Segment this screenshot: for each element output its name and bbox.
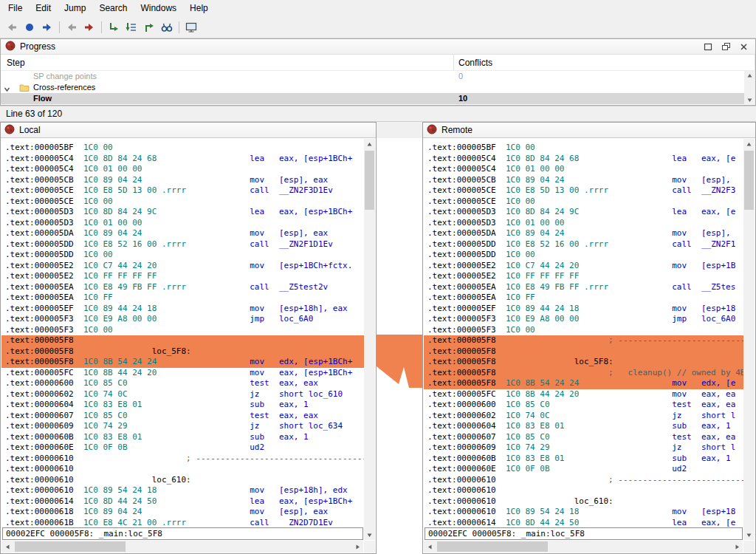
asm-line[interactable]: .text:000005D3 1C0 8D 84 24 9C lea eax, …: [424, 207, 743, 218]
asm-line[interactable]: .text:0000060E 1C0 0F 0B ud2: [1, 442, 364, 454]
scrollbar-thumb[interactable]: [437, 541, 548, 552]
asm-line[interactable]: .text:000005F8 loc_5F8:: [424, 357, 743, 368]
asm-line[interactable]: .text:00000609 1C0 74 29 jz short l: [424, 442, 743, 454]
right-hscrollbar[interactable]: [424, 541, 743, 553]
scrollbar-thumb[interactable]: [15, 541, 126, 552]
scroll-right-icon[interactable]: [351, 541, 363, 553]
jump-down-icon[interactable]: [105, 18, 123, 36]
asm-line[interactable]: .text:0000061B 1C0 E8 4C 21 00 .rrrr cal…: [1, 518, 364, 527]
asm-line[interactable]: .text:000005DA 1C0 89 04 24 mov [esp], e…: [1, 228, 364, 239]
asm-line[interactable]: .text:000005D3 1C0 8D 84 24 9C lea eax, …: [1, 207, 364, 218]
asm-line[interactable]: .text:000005FC 1C0 8B 44 24 20 mov eax, …: [424, 389, 743, 400]
local-pane-titlebar[interactable]: Local: [1, 123, 376, 138]
asm-line[interactable]: .text:00000614 1C0 8D 44 24 50 lea eax, …: [424, 518, 743, 527]
asm-line[interactable]: .text:00000610 ; -----------------------…: [1, 454, 364, 465]
asm-line[interactable]: .text:00000604 1C0 83 E8 01 sub eax, 1: [1, 400, 364, 411]
scroll-up-icon[interactable]: [744, 71, 755, 80]
menu-item-file[interactable]: File: [1, 1, 29, 16]
asm-line[interactable]: .text:00000610 1C0 89 54 24 18 mov [esp+…: [1, 485, 364, 496]
asm-line[interactable]: .text:00000602 1C0 74 0C jz short loc_61…: [1, 389, 364, 400]
asm-line[interactable]: .text:00000609 1C0 74 29 jz short loc_63…: [1, 421, 364, 432]
asm-line[interactable]: .text:000005D3 1C0 01 00 00: [424, 218, 743, 229]
asm-line[interactable]: .text:000005F8 ; -----------------------…: [424, 335, 743, 346]
asm-line[interactable]: .text:0000060B 1C0 83 E8 01 sub eax, 1: [424, 454, 743, 465]
asm-line[interactable]: .text:000005F8 1C0 8B 54 24 24 mov edx, …: [424, 378, 743, 389]
asm-line[interactable]: .text:000005F8 loc_5F8:: [1, 346, 364, 358]
asm-line[interactable]: .text:000005CB 1C0 89 04 24 mov [esp], e…: [1, 175, 364, 186]
asm-line[interactable]: .text:000005CB 1C0 89 04 24 mov [esp],: [424, 175, 743, 186]
asm-line[interactable]: .text:000005EA 1C0 FF: [1, 293, 364, 304]
asm-line[interactable]: .text:000005CE 1C0 00: [1, 196, 364, 208]
asm-line[interactable]: .text:000005F8: [1, 335, 364, 346]
asm-line[interactable]: .text:000005CE 1C0 E8 5D 13 00 .rrrr cal…: [424, 185, 743, 196]
prev-arrow-icon[interactable]: [63, 18, 80, 36]
scroll-up-icon[interactable]: [743, 139, 755, 149]
asm-line[interactable]: .text:000005FC 1C0 8B 44 24 20 mov eax, …: [1, 368, 364, 379]
asm-line[interactable]: .text:000005F3 1C0 E9 A8 00 00 jmp loc_6…: [424, 314, 743, 325]
nav-back-icon[interactable]: [3, 18, 21, 36]
tree-row-flow[interactable]: Flow 10: [1, 93, 755, 104]
right-vscrollbar[interactable]: [743, 139, 755, 540]
asm-line[interactable]: .text:000005C4 1C0 8D 84 24 68 lea eax, …: [424, 154, 743, 165]
asm-line[interactable]: .text:000005F3 1C0 00: [1, 325, 364, 336]
asm-line[interactable]: .text:00000610: [1, 464, 364, 475]
asm-line[interactable]: .text:000005DD 1C0 00: [424, 250, 743, 261]
scroll-down-icon[interactable]: [743, 530, 755, 540]
scrollbar-thumb[interactable]: [744, 151, 754, 210]
asm-line[interactable]: .text:000005EA 1C0 E8 49 FB FF .rrrr cal…: [424, 282, 743, 293]
menu-item-search[interactable]: Search: [92, 1, 134, 16]
scroll-left-icon[interactable]: [424, 541, 436, 553]
asm-line[interactable]: .text:000005DD 1C0 00: [1, 250, 364, 261]
tree-row-cross-references[interactable]: Cross-references: [1, 82, 755, 93]
jump-up-icon[interactable]: [140, 18, 158, 36]
asm-line[interactable]: .text:000005EA 1C0 FF: [424, 293, 743, 304]
monitor-icon[interactable]: [182, 18, 200, 36]
asm-line[interactable]: .text:000005DD 1C0 E8 52 16 00 .rrrr cal…: [424, 239, 743, 250]
asm-line[interactable]: .text:000005E2 1C0 FF FF FF FF: [424, 271, 743, 282]
tree-vscrollbar[interactable]: [744, 71, 755, 104]
asm-line[interactable]: .text:000005DD 1C0 E8 52 16 00 .rrrr cal…: [1, 239, 364, 250]
asm-line[interactable]: .text:000005E2 1C0 FF FF FF FF: [1, 271, 364, 282]
scrollbar-thumb[interactable]: [365, 151, 374, 210]
asm-line[interactable]: .text:000005D3 1C0 01 00 00: [1, 218, 364, 229]
asm-line[interactable]: .text:000005BF 1C0 00: [1, 143, 364, 154]
asm-line[interactable]: .text:000005F3 1C0 E9 A8 00 00 jmp loc_6…: [1, 314, 364, 325]
asm-line[interactable]: .text:000005F8 ; cleanup() // owned by 4…: [424, 368, 743, 379]
asm-line[interactable]: .text:000005DA 1C0 89 04 24 mov [esp],: [424, 228, 743, 239]
nav-forward-icon[interactable]: [38, 18, 56, 36]
asm-line[interactable]: .text:000005EF 1C0 89 44 24 18 mov [esp+…: [1, 304, 364, 315]
asm-line[interactable]: .text:00000602 1C0 74 0C jz short l: [424, 411, 743, 422]
asm-line[interactable]: .text:0000060E 1C0 0F 0B ud2: [424, 464, 743, 475]
asm-line[interactable]: .text:0000060B 1C0 83 E8 01 sub eax, 1: [1, 432, 364, 443]
nav-spot-icon[interactable]: [21, 18, 38, 36]
menu-item-help[interactable]: Help: [183, 1, 215, 16]
asm-line[interactable]: .text:000005C4 1C0 01 00 00: [424, 164, 743, 175]
scrollbar-track[interactable]: [13, 541, 351, 553]
tree-row-sp-change-points[interactable]: SP change points 0: [1, 71, 755, 82]
scroll-down-icon[interactable]: [364, 530, 375, 540]
asm-line[interactable]: .text:000005EF 1C0 89 44 24 18 mov [esp+…: [424, 304, 743, 315]
float-button[interactable]: [718, 41, 733, 53]
column-header-conflicts[interactable]: Conflicts: [454, 55, 755, 70]
asm-line[interactable]: .text:00000610 ; -----------------------…: [424, 475, 743, 486]
menu-item-windows[interactable]: Windows: [134, 1, 183, 16]
remote-pane-titlebar[interactable]: Remote: [423, 123, 755, 138]
asm-line[interactable]: .text:000005CE 1C0 E8 5D 13 00 .rrrr cal…: [1, 185, 364, 196]
scroll-down-icon[interactable]: [744, 95, 755, 104]
asm-line[interactable]: .text:00000618 1C0 89 04 24 mov [esp], e…: [1, 507, 364, 518]
column-header-step[interactable]: Step: [1, 55, 454, 70]
left-vscrollbar[interactable]: [364, 139, 375, 540]
asm-line[interactable]: .text:000005E2 1C0 C7 44 24 20 mov [esp+…: [424, 261, 743, 272]
asm-line[interactable]: .text:00000610 1C0 89 54 24 18 mov [esp+…: [424, 507, 743, 518]
asm-line[interactable]: .text:00000607 1C0 85 C0 test eax, ea: [424, 432, 743, 443]
asm-line[interactable]: .text:00000614 1C0 8D 44 24 50 lea eax, …: [1, 496, 364, 507]
left-hscrollbar[interactable]: [1, 541, 363, 553]
scroll-right-icon[interactable]: [731, 541, 743, 553]
asm-line[interactable]: .text:000005C4 1C0 01 00 00: [1, 164, 364, 175]
menu-item-edit[interactable]: Edit: [29, 1, 58, 16]
asm-line[interactable]: .text:000005F3 1C0 00: [424, 325, 743, 336]
asm-line[interactable]: .text:00000610 loc_610:: [1, 475, 364, 486]
list-jump-icon[interactable]: [123, 18, 140, 36]
asm-line[interactable]: .text:00000610 loc_610:: [424, 496, 743, 507]
asm-line[interactable]: .text:000005F8: [424, 346, 743, 358]
